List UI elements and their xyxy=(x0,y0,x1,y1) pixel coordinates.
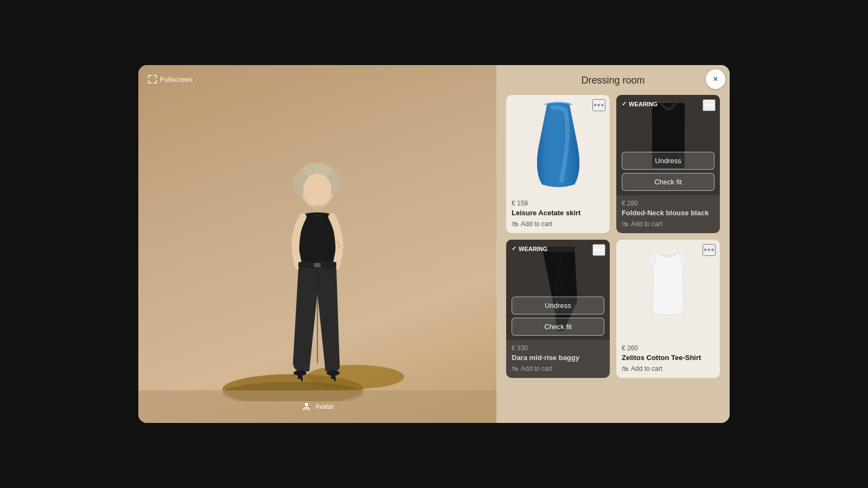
avatar-panel: Fullscreen xyxy=(138,65,496,423)
cart-icon-skirt: 🛍 xyxy=(512,220,518,228)
modal-title: Dressing room xyxy=(581,75,644,86)
skirt-name: Leisure Acetate skirt xyxy=(512,209,604,217)
pants-checkfit-button[interactable]: Check fit xyxy=(512,318,604,336)
cart-icon-blouse: 🛍 xyxy=(622,220,628,228)
fullscreen-icon xyxy=(148,75,157,84)
product-card-tee: ••• € 260 Zelitos Cotton Tee-Shirt 🛍 Add… xyxy=(616,240,720,378)
tee-price: € 260 xyxy=(622,344,714,352)
product-card-blouse: ✓ WEARING ••• Undr xyxy=(616,95,720,233)
blouse-menu-button[interactable]: ••• xyxy=(703,99,716,111)
right-panel: Dressing room × xyxy=(496,65,730,423)
tee-image xyxy=(637,248,699,332)
product-card-pants: ✓ WEARING ••• Undress Check fit xyxy=(506,240,610,378)
pants-info: € 330 Dara mid-rise baggy 🛍 Add to cart xyxy=(506,340,610,378)
card-image-area-skirt: ••• xyxy=(506,95,610,195)
svg-point-9 xyxy=(303,174,331,206)
wearing-badge-pants: ✓ WEARING xyxy=(512,245,547,252)
blouse-price: € 280 xyxy=(622,200,714,207)
svg-rect-19 xyxy=(334,377,336,381)
svg-rect-16 xyxy=(301,377,303,381)
pants-add-to-cart[interactable]: 🛍 Add to cart xyxy=(512,365,552,373)
card-image-area-tee: ••• xyxy=(616,240,720,340)
fullscreen-button[interactable]: Fullscreen xyxy=(148,75,193,84)
products-grid: ••• € 159 Leisure Acetate skirt 🛍 Add to… xyxy=(506,95,720,378)
blouse-actions: Undress Check fit xyxy=(616,147,720,195)
pants-menu-button[interactable]: ••• xyxy=(592,244,605,256)
check-icon-pants: ✓ xyxy=(512,245,516,252)
blouse-info: € 280 Folded-Neck blouse black 🛍 Add to … xyxy=(616,195,720,233)
close-button[interactable]: × xyxy=(706,69,725,89)
card-image-area-pants: ✓ WEARING ••• Undress Check fit xyxy=(506,240,610,340)
header: Dressing room × xyxy=(506,75,720,86)
fullscreen-label: Fullscreen xyxy=(160,75,193,84)
skirt-menu-button[interactable]: ••• xyxy=(592,99,605,111)
check-icon-blouse: ✓ xyxy=(622,100,627,107)
tee-add-to-cart[interactable]: 🛍 Add to cart xyxy=(622,365,662,373)
skirt-price: € 159 xyxy=(512,200,604,207)
wearing-badge-blouse: ✓ WEARING xyxy=(622,100,658,107)
blouse-name: Folded-Neck blouse black xyxy=(622,209,714,217)
dressing-room-modal: Fullscreen xyxy=(138,65,730,423)
svg-rect-12 xyxy=(314,263,321,267)
skirt-image xyxy=(528,100,588,190)
avatar-figure xyxy=(255,157,380,423)
tee-menu-button[interactable]: ••• xyxy=(703,244,716,256)
skirt-add-to-cart[interactable]: 🛍 Add to cart xyxy=(512,220,552,228)
tee-info: € 260 Zelitos Cotton Tee-Shirt 🛍 Add to … xyxy=(616,340,720,378)
skirt-info: € 159 Leisure Acetate skirt 🛍 Add to car… xyxy=(506,195,610,233)
cart-icon-tee: 🛍 xyxy=(622,365,628,373)
blouse-checkfit-button[interactable]: Check fit xyxy=(622,173,714,191)
blouse-undress-button[interactable]: Undress xyxy=(622,152,714,170)
pants-actions: Undress Check fit xyxy=(506,292,610,340)
blouse-add-to-cart[interactable]: 🛍 Add to cart xyxy=(622,220,662,228)
pants-price: € 330 xyxy=(512,344,604,352)
pants-name: Dara mid-rise baggy xyxy=(512,354,604,362)
card-image-area-blouse: ✓ WEARING ••• Undr xyxy=(616,95,720,195)
pants-undress-button[interactable]: Undress xyxy=(512,297,604,314)
tee-name: Zelitos Cotton Tee-Shirt xyxy=(622,354,714,362)
cart-icon-pants: 🛍 xyxy=(512,365,518,373)
product-card-leisure-skirt: ••• € 159 Leisure Acetate skirt 🛍 Add to… xyxy=(506,95,610,233)
